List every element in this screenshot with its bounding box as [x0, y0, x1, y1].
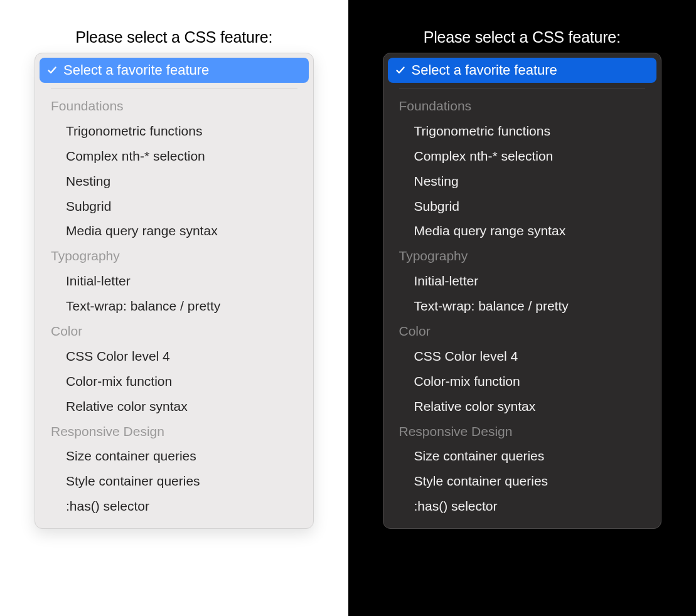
- check-icon: [47, 65, 57, 75]
- option-item[interactable]: Style container queries: [399, 469, 646, 494]
- group-label: Color: [399, 319, 646, 344]
- group-label: Foundations: [399, 93, 646, 119]
- option-list-light: FoundationsTrigonometric functionsComple…: [40, 92, 309, 524]
- dark-mode-panel: Please select a CSS feature: Select a fa…: [348, 0, 697, 616]
- option-item[interactable]: Relative color syntax: [51, 394, 297, 419]
- css-feature-select[interactable]: Select a favorite feature FoundationsTri…: [383, 53, 662, 529]
- group-label: Typography: [51, 243, 297, 268]
- option-item[interactable]: Style container queries: [51, 469, 297, 494]
- light-mode-panel: Please select a CSS feature: Select a fa…: [0, 0, 348, 616]
- group-label: Responsive Design: [399, 419, 646, 444]
- option-item[interactable]: Media query range syntax: [399, 218, 646, 243]
- selected-option-label: Select a favorite feature: [412, 62, 557, 78]
- option-item[interactable]: Relative color syntax: [399, 394, 646, 419]
- option-item[interactable]: Subgrid: [399, 194, 646, 219]
- option-item[interactable]: Color-mix function: [51, 369, 297, 394]
- option-item[interactable]: Subgrid: [51, 194, 297, 219]
- option-item[interactable]: Size container queries: [399, 443, 646, 469]
- option-item[interactable]: Nesting: [399, 169, 646, 194]
- option-item[interactable]: Text-wrap: balance / pretty: [399, 294, 646, 319]
- group-label: Foundations: [51, 93, 297, 119]
- check-icon: [395, 65, 405, 75]
- option-item[interactable]: CSS Color level 4: [399, 344, 646, 369]
- divider: [51, 88, 297, 88]
- option-item[interactable]: Complex nth-* selection: [51, 144, 297, 169]
- option-item[interactable]: Initial-letter: [51, 268, 297, 294]
- option-list-dark: FoundationsTrigonometric functionsComple…: [388, 92, 657, 524]
- option-item[interactable]: :has() selector: [51, 494, 297, 519]
- option-item[interactable]: Trigonometric functions: [399, 119, 646, 144]
- option-item[interactable]: Color-mix function: [399, 369, 646, 394]
- selected-option[interactable]: Select a favorite feature: [388, 58, 657, 83]
- selected-option-label: Select a favorite feature: [63, 62, 209, 78]
- option-item[interactable]: Initial-letter: [399, 268, 646, 294]
- option-item[interactable]: Media query range syntax: [51, 218, 297, 243]
- option-item[interactable]: CSS Color level 4: [51, 344, 297, 369]
- prompt-label: Please select a CSS feature:: [424, 28, 621, 46]
- option-item[interactable]: Complex nth-* selection: [399, 144, 646, 169]
- selected-option[interactable]: Select a favorite feature: [40, 58, 309, 83]
- css-feature-select[interactable]: Select a favorite feature FoundationsTri…: [35, 53, 314, 529]
- option-item[interactable]: Text-wrap: balance / pretty: [51, 294, 297, 319]
- group-label: Color: [51, 319, 297, 344]
- group-label: Typography: [399, 243, 646, 268]
- option-item[interactable]: Nesting: [51, 169, 297, 194]
- prompt-label: Please select a CSS feature:: [75, 28, 272, 46]
- option-item[interactable]: :has() selector: [399, 494, 646, 519]
- divider: [399, 88, 646, 88]
- option-item[interactable]: Trigonometric functions: [51, 119, 297, 144]
- option-item[interactable]: Size container queries: [51, 443, 297, 469]
- group-label: Responsive Design: [51, 419, 297, 444]
